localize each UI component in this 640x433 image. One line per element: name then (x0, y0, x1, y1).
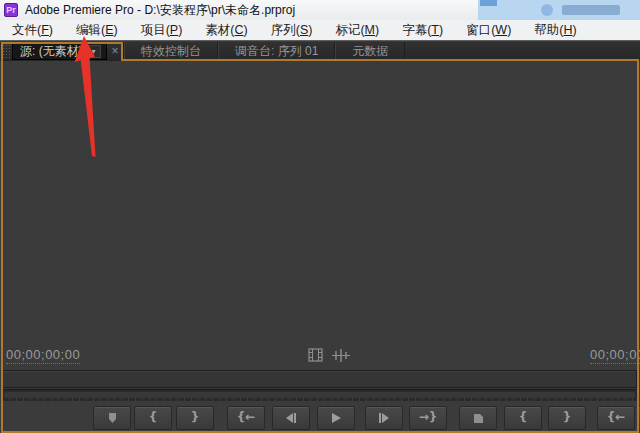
menu-edit-key: E (105, 23, 113, 37)
premiere-app-icon: Pr (4, 3, 18, 17)
menu-project-post: ) (178, 23, 182, 37)
insert-icon: { (519, 411, 528, 423)
add-marker-button[interactable] (93, 406, 131, 430)
menu-edit-post: ) (114, 23, 118, 37)
menu-clip-key: C (235, 23, 244, 37)
loop-button[interactable]: {← (597, 406, 635, 430)
go-to-in-button[interactable]: {← (227, 406, 265, 430)
export-frame-icon (471, 412, 485, 425)
tab-source-label: 源: (无素材) (20, 43, 84, 60)
menu-project-key: P (170, 23, 178, 37)
insert-button[interactable]: { (504, 406, 542, 430)
go-to-out-button[interactable]: →} (409, 406, 447, 430)
transport-controls: { } {← →} (0, 404, 640, 433)
menu-marker-key: M (365, 23, 375, 37)
menu-help[interactable]: 帮助(H) (529, 22, 581, 39)
menu-marker-post: ) (375, 23, 379, 37)
focus-border-left (1, 42, 3, 433)
focus-border-top (1, 42, 123, 44)
overlay-badge-icon (541, 4, 553, 16)
menu-sequence-post: ) (308, 23, 312, 37)
audio-waveform-icon[interactable] (332, 348, 350, 367)
title-bar: Pr Adobe Premiere Pro - D:\安装程序\pr\未命名.p… (0, 0, 640, 20)
window-title: Adobe Premiere Pro - D:\安装程序\pr\未命名.prpr… (25, 2, 295, 19)
tab-metadata[interactable]: 元数据 (335, 42, 405, 60)
go-to-in-icon: {← (237, 411, 256, 423)
current-timecode[interactable]: 00;00;00;00 (6, 347, 80, 364)
loop-icon: {← (607, 411, 626, 423)
menu-edit[interactable]: 编辑(E) (71, 22, 123, 39)
mark-out-button[interactable]: } (176, 406, 214, 430)
scrollbar-ticks (2, 398, 637, 401)
menu-marker[interactable]: 标记(M) (330, 22, 384, 39)
menu-marker-label: 标记( (335, 23, 364, 37)
focus-border-right (637, 59, 639, 433)
timecode-row: 00;00;00;00 00;00;00;00 (0, 344, 640, 370)
overlapping-window-fragment (478, 0, 640, 20)
menu-title-label: 字幕( (402, 23, 431, 37)
mark-out-icon: } (191, 411, 200, 423)
overlay-text-blur (562, 5, 620, 15)
film-icon[interactable] (308, 348, 324, 367)
menu-edit-label: 编辑( (76, 23, 105, 37)
focus-border-mid (121, 59, 637, 61)
menu-clip-post: ) (244, 23, 248, 37)
step-forward-icon (377, 412, 391, 424)
menu-file-post: ) (49, 23, 53, 37)
menu-sequence-label: 序列( (271, 23, 300, 37)
overwrite-button[interactable]: } (548, 406, 586, 430)
grip-handle[interactable] (2, 44, 11, 59)
source-monitor-panel: 源: (无素材) ▾ × 特效控制台 调音台: 序列 01 元数据 00;00;… (0, 42, 640, 433)
menu-window-label: 窗口( (466, 23, 495, 37)
menu-help-key: H (564, 23, 573, 37)
menu-bar: 文件(F) 编辑(E) 项目(P) 素材(C) 序列(S) 标记(M) 字幕(T… (0, 20, 640, 41)
menu-file-label: 文件( (12, 23, 41, 37)
menu-sequence-key: S (300, 23, 308, 37)
duration-timecode[interactable]: 00;00;00;00 (590, 347, 640, 364)
menu-sequence[interactable]: 序列(S) (266, 22, 318, 39)
tab-audio-mixer[interactable]: 调音台: 序列 01 (218, 42, 335, 60)
menu-window-post: ) (507, 23, 511, 37)
monitor-view-area (3, 61, 637, 344)
menu-title-post: ) (439, 23, 443, 37)
scrub-bar[interactable] (2, 370, 637, 388)
menu-project-label: 项目( (141, 23, 170, 37)
overwrite-icon: } (563, 411, 572, 423)
menu-title-key: T (431, 23, 439, 37)
play-icon (329, 412, 343, 424)
menu-file-key: F (41, 23, 49, 37)
step-back-icon (284, 412, 298, 424)
step-back-button[interactable] (272, 406, 310, 430)
export-frame-button[interactable] (459, 406, 497, 430)
mark-in-button[interactable]: { (134, 406, 172, 430)
go-to-out-icon: →} (419, 411, 438, 423)
menu-clip[interactable]: 素材(C) (200, 22, 252, 39)
menu-title[interactable]: 字幕(T) (397, 22, 448, 39)
menu-window[interactable]: 窗口(W) (461, 22, 516, 39)
overlay-wedge (480, 0, 497, 6)
step-forward-button[interactable] (365, 406, 403, 430)
menu-project[interactable]: 项目(P) (136, 22, 188, 39)
menu-window-key: W (495, 23, 507, 37)
menu-clip-label: 素材( (205, 23, 234, 37)
mark-in-icon: { (149, 411, 158, 423)
menu-file[interactable]: 文件(F) (7, 22, 58, 39)
zoom-scrollbar[interactable] (2, 389, 637, 401)
tab-source[interactable]: 源: (无素材) ▾ (12, 42, 107, 60)
menu-help-post: ) (573, 23, 577, 37)
add-marker-icon (105, 411, 120, 425)
dropdown-icon[interactable]: ▾ (86, 45, 101, 58)
menu-help-label: 帮助( (534, 23, 563, 37)
tab-effect-controls[interactable]: 特效控制台 (124, 42, 218, 60)
play-button[interactable] (317, 406, 355, 430)
